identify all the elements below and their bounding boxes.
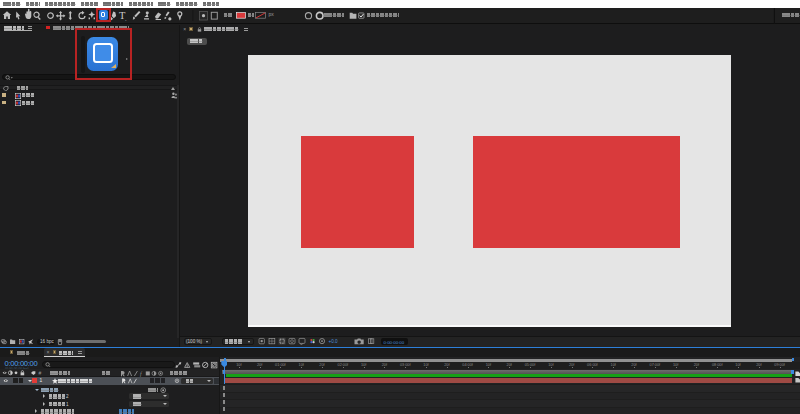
svg-text:+0.0: +0.0 xyxy=(329,339,339,344)
svg-text:f: f xyxy=(140,371,143,377)
